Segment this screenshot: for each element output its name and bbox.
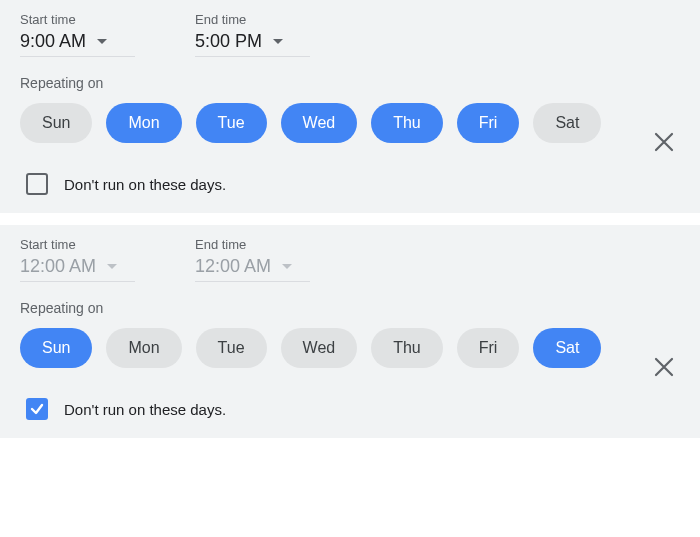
- end-time-label: End time: [195, 237, 310, 252]
- end-time-field: End time 5:00 PM: [195, 12, 310, 57]
- day-chip-fri[interactable]: Fri: [457, 328, 520, 368]
- day-chip-mon[interactable]: Mon: [106, 103, 181, 143]
- day-chip-tue[interactable]: Tue: [196, 328, 267, 368]
- day-chip-thu[interactable]: Thu: [371, 103, 443, 143]
- times-row: Start time 12:00 AM End time 12:00 AM: [20, 237, 680, 282]
- day-chip-sun[interactable]: Sun: [20, 328, 92, 368]
- end-time-dropdown[interactable]: 12:00 AM: [195, 256, 310, 282]
- remove-schedule-button[interactable]: [650, 128, 678, 156]
- day-chip-thu[interactable]: Thu: [371, 328, 443, 368]
- start-time-dropdown[interactable]: 9:00 AM: [20, 31, 135, 57]
- dont-run-label: Don't run on these days.: [64, 176, 226, 193]
- dont-run-label: Don't run on these days.: [64, 401, 226, 418]
- start-time-field: Start time 9:00 AM: [20, 12, 135, 57]
- check-icon: [29, 401, 45, 417]
- day-chip-wed[interactable]: Wed: [281, 328, 358, 368]
- end-time-value: 12:00 AM: [195, 256, 271, 277]
- start-time-value: 12:00 AM: [20, 256, 96, 277]
- start-time-dropdown[interactable]: 12:00 AM: [20, 256, 135, 282]
- day-chip-sat[interactable]: Sat: [533, 103, 601, 143]
- start-time-label: Start time: [20, 12, 135, 27]
- schedule-block: Start time 12:00 AM End time 12:00 AM Re…: [0, 225, 700, 438]
- close-icon: [653, 356, 675, 378]
- day-chip-mon[interactable]: Mon: [106, 328, 181, 368]
- days-row: Sun Mon Tue Wed Thu Fri Sat: [20, 103, 680, 143]
- end-time-field: End time 12:00 AM: [195, 237, 310, 282]
- day-chip-sat[interactable]: Sat: [533, 328, 601, 368]
- end-time-value: 5:00 PM: [195, 31, 262, 52]
- chevron-down-icon: [106, 263, 118, 271]
- dont-run-row: Don't run on these days.: [20, 173, 680, 195]
- day-chip-wed[interactable]: Wed: [281, 103, 358, 143]
- start-time-field: Start time 12:00 AM: [20, 237, 135, 282]
- repeating-on-label: Repeating on: [20, 75, 680, 91]
- day-chip-fri[interactable]: Fri: [457, 103, 520, 143]
- dont-run-checkbox[interactable]: [26, 173, 48, 195]
- day-chip-tue[interactable]: Tue: [196, 103, 267, 143]
- times-row: Start time 9:00 AM End time 5:00 PM: [20, 12, 680, 57]
- day-chip-sun[interactable]: Sun: [20, 103, 92, 143]
- dont-run-checkbox[interactable]: [26, 398, 48, 420]
- remove-schedule-button[interactable]: [650, 353, 678, 381]
- close-icon: [653, 131, 675, 153]
- dont-run-row: Don't run on these days.: [20, 398, 680, 420]
- chevron-down-icon: [272, 38, 284, 46]
- repeating-on-label: Repeating on: [20, 300, 680, 316]
- start-time-label: Start time: [20, 237, 135, 252]
- chevron-down-icon: [281, 263, 293, 271]
- chevron-down-icon: [96, 38, 108, 46]
- end-time-dropdown[interactable]: 5:00 PM: [195, 31, 310, 57]
- start-time-value: 9:00 AM: [20, 31, 86, 52]
- days-row: Sun Mon Tue Wed Thu Fri Sat: [20, 328, 680, 368]
- end-time-label: End time: [195, 12, 310, 27]
- schedule-block: Start time 9:00 AM End time 5:00 PM Repe…: [0, 0, 700, 213]
